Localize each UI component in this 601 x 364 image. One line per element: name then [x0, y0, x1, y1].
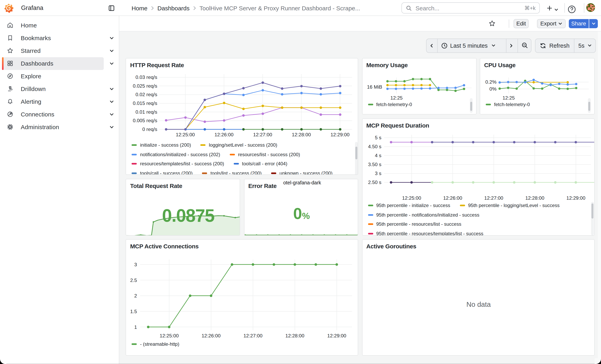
svg-text:12:25:00: 12:25:00 [402, 195, 421, 200]
svg-text:12:26:00: 12:26:00 [202, 333, 221, 338]
svg-text:0.01 req/s: 0.01 req/s [136, 109, 157, 114]
svg-text:0.02 req/s: 0.02 req/s [136, 92, 157, 97]
svg-text:0.015 req/s: 0.015 req/s [133, 100, 157, 106]
svg-text:12:27:00: 12:27:00 [484, 195, 503, 200]
svg-text:12:28:00: 12:28:00 [525, 195, 544, 200]
svg-text:0.025 req/s: 0.025 req/s [133, 83, 157, 89]
svg-text:2.50 s: 2.50 s [368, 179, 381, 185]
svg-text:16 MiB: 16 MiB [367, 84, 382, 89]
svg-text:2.5: 2.5 [130, 277, 137, 283]
svg-text:0%: 0% [489, 86, 496, 91]
svg-text:12:25:00: 12:25:00 [160, 333, 179, 338]
svg-text:12:26:00: 12:26:00 [443, 195, 462, 200]
svg-text:3 s: 3 s [375, 170, 381, 176]
svg-text:5 s: 5 s [375, 135, 381, 140]
svg-text:12:27:00: 12:27:00 [253, 132, 272, 137]
svg-text:3: 3 [134, 262, 137, 267]
svg-text:12:28:00: 12:28:00 [286, 333, 305, 338]
svg-text:12:27:00: 12:27:00 [244, 333, 263, 338]
svg-text:0.03 req/s: 0.03 req/s [136, 74, 157, 80]
svg-text:12:29:00: 12:29:00 [331, 132, 350, 137]
svg-text:1: 1 [134, 325, 137, 330]
svg-text:3.50 s: 3.50 s [368, 162, 381, 167]
svg-text:12:28:00: 12:28:00 [292, 132, 311, 137]
svg-text:12:25:00: 12:25:00 [176, 132, 195, 137]
svg-text:1.5: 1.5 [130, 309, 137, 314]
svg-text:0 req/s: 0 req/s [142, 126, 157, 132]
svg-text:12:25: 12:25 [502, 95, 515, 100]
svg-text:12:29:00: 12:29:00 [327, 333, 346, 338]
svg-text:4.50 s: 4.50 s [368, 144, 381, 149]
svg-text:12:26:00: 12:26:00 [215, 132, 234, 137]
svg-text:4 s: 4 s [375, 153, 381, 158]
svg-text:12:25: 12:25 [390, 95, 402, 100]
svg-text:0.005 req/s: 0.005 req/s [133, 118, 157, 123]
svg-text:0.2%: 0.2% [485, 79, 496, 84]
svg-text:2: 2 [134, 293, 137, 298]
svg-text:12:29:00: 12:29:00 [566, 195, 585, 200]
